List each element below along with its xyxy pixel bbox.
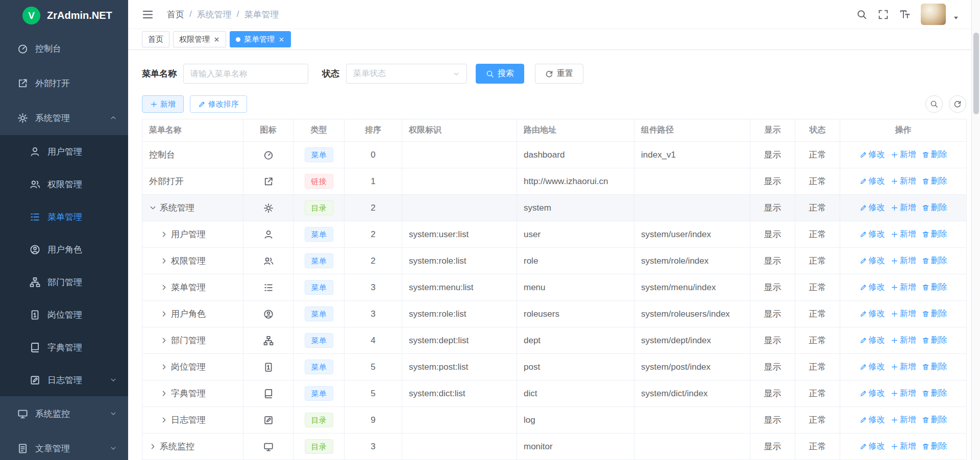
chevron-right-icon[interactable] xyxy=(160,257,168,265)
status-cell: 正常 xyxy=(795,142,840,168)
edit-link[interactable]: 修改 xyxy=(860,255,885,266)
sidebar-item-post[interactable]: 岗位管理 xyxy=(0,298,128,331)
sidebar-item-dashboard[interactable]: 控制台 xyxy=(0,31,128,66)
sidebar-item-article[interactable]: 文章管理 xyxy=(0,431,128,460)
delete-link[interactable]: 删除 xyxy=(922,149,947,160)
chevron-right-icon[interactable] xyxy=(160,363,168,371)
add-link[interactable]: 新增 xyxy=(891,176,916,187)
edit-link[interactable]: 修改 xyxy=(860,441,885,452)
chevron-right-icon[interactable] xyxy=(160,337,168,344)
chevron-right-icon[interactable] xyxy=(149,443,157,450)
logo[interactable]: V ZrAdmin.NET xyxy=(0,0,128,31)
tab-1[interactable]: 权限管理 xyxy=(173,31,226,47)
avatar[interactable] xyxy=(921,4,946,25)
font-size-icon[interactable] xyxy=(899,9,910,20)
reset-button[interactable]: 重置 xyxy=(535,64,583,84)
chevron-down-icon[interactable] xyxy=(149,204,157,212)
edit-link[interactable]: 修改 xyxy=(860,202,885,213)
breadcrumb-item[interactable]: 菜单管理 xyxy=(244,9,279,20)
breadcrumb-item[interactable]: 系统管理 xyxy=(197,9,232,20)
tab-0[interactable]: 首页 xyxy=(142,31,169,47)
scrollbar[interactable] xyxy=(971,0,980,460)
sort-cell: 3 xyxy=(345,433,402,460)
chevron-right-icon[interactable] xyxy=(160,416,168,424)
table-row: 外部打开链接1http://www.izhaorui.cn显示正常修改新增删除 xyxy=(142,168,967,195)
edit-link[interactable]: 修改 xyxy=(860,282,885,293)
add-link[interactable]: 新增 xyxy=(891,441,916,452)
sidebar-item-label: 系统监控 xyxy=(35,408,70,420)
sidebar-item-label: 控制台 xyxy=(35,43,61,55)
caret-down-icon[interactable] xyxy=(952,14,960,21)
refresh-button[interactable] xyxy=(949,95,966,113)
add-link[interactable]: 新增 xyxy=(891,415,916,425)
add-link[interactable]: 新增 xyxy=(891,229,916,240)
hamburger-icon[interactable] xyxy=(142,9,154,20)
delete-link[interactable]: 删除 xyxy=(922,388,947,399)
delete-link[interactable]: 删除 xyxy=(922,309,947,319)
add-link[interactable]: 新增 xyxy=(891,202,916,213)
topbar: 首页/系统管理/菜单管理 xyxy=(128,0,980,29)
add-link[interactable]: 新增 xyxy=(891,309,916,319)
sidebar-item-log[interactable]: 日志管理 xyxy=(0,364,128,396)
sidebar-item-users[interactable]: 权限管理 xyxy=(0,168,128,200)
type-tag: 链接 xyxy=(305,174,333,189)
plus-icon xyxy=(891,231,898,238)
close-icon[interactable] xyxy=(213,36,220,43)
edit-link[interactable]: 修改 xyxy=(860,149,885,160)
delete-link[interactable]: 删除 xyxy=(922,229,947,240)
delete-link[interactable]: 删除 xyxy=(922,202,947,213)
table-tools xyxy=(925,95,966,113)
edit-link[interactable]: 修改 xyxy=(860,362,885,372)
edit-link[interactable]: 修改 xyxy=(860,229,885,240)
edit-link[interactable]: 修改 xyxy=(860,388,885,399)
delete-link[interactable]: 删除 xyxy=(922,362,947,372)
delete-link[interactable]: 删除 xyxy=(922,335,947,346)
menu-name: 外部打开 xyxy=(149,175,184,187)
chevron-right-icon[interactable] xyxy=(160,310,168,318)
scrollbar-thumb[interactable] xyxy=(973,33,979,114)
search-toggle-button[interactable] xyxy=(925,95,943,113)
sidebar-item-dict[interactable]: 字典管理 xyxy=(0,331,128,364)
tab-2[interactable]: 菜单管理 xyxy=(230,31,291,47)
sidebar-item-gear[interactable]: 系统管理 xyxy=(0,100,128,135)
delete-link[interactable]: 删除 xyxy=(922,255,947,266)
search-icon[interactable] xyxy=(856,9,867,20)
add-link[interactable]: 新增 xyxy=(891,255,916,266)
add-link[interactable]: 新增 xyxy=(891,362,916,372)
sidebar-item-monitor[interactable]: 系统监控 xyxy=(0,396,128,431)
edit-link[interactable]: 修改 xyxy=(860,335,885,346)
delete-link[interactable]: 删除 xyxy=(922,415,947,425)
add-link[interactable]: 新增 xyxy=(891,388,916,399)
sidebar-item-menu-list[interactable]: 菜单管理 xyxy=(0,200,128,233)
submenu: 用户管理权限管理菜单管理用户角色部门管理岗位管理字典管理日志管理 xyxy=(0,135,128,396)
search-button[interactable]: 搜索 xyxy=(476,64,524,84)
menu-name: 系统管理 xyxy=(160,202,194,214)
add-button[interactable]: 新增 xyxy=(142,95,184,113)
sort-button[interactable]: 修改排序 xyxy=(190,95,247,113)
close-icon[interactable] xyxy=(278,36,285,43)
add-link[interactable]: 新增 xyxy=(891,282,916,293)
delete-link[interactable]: 删除 xyxy=(922,282,947,293)
edit-icon xyxy=(860,204,867,212)
edit-link[interactable]: 修改 xyxy=(860,176,885,187)
add-link[interactable]: 新增 xyxy=(891,149,916,160)
chevron-right-icon[interactable] xyxy=(160,231,168,238)
edit-link[interactable]: 修改 xyxy=(860,309,885,319)
status-select[interactable]: 菜单状态 xyxy=(346,64,467,84)
active-tab-dot xyxy=(236,37,240,42)
sidebar-item-user-role[interactable]: 用户角色 xyxy=(0,233,128,266)
sidebar-item-user[interactable]: 用户管理 xyxy=(0,135,128,168)
breadcrumb-item[interactable]: 首页 xyxy=(167,9,184,20)
sidebar-item-dept-tree[interactable]: 部门管理 xyxy=(0,266,128,298)
sidebar-item-external-link[interactable]: 外部打开 xyxy=(0,66,128,100)
chevron-right-icon[interactable] xyxy=(160,284,168,291)
edit-link[interactable]: 修改 xyxy=(860,415,885,425)
menu-name-input[interactable] xyxy=(183,64,308,84)
delete-link[interactable]: 删除 xyxy=(922,176,947,187)
fullscreen-icon[interactable] xyxy=(878,9,889,20)
chevron-right-icon[interactable] xyxy=(160,390,168,397)
delete-link[interactable]: 删除 xyxy=(922,441,947,452)
breadcrumb-separator: / xyxy=(237,9,239,19)
type-tag: 菜单 xyxy=(305,386,333,401)
add-link[interactable]: 新增 xyxy=(891,335,916,346)
